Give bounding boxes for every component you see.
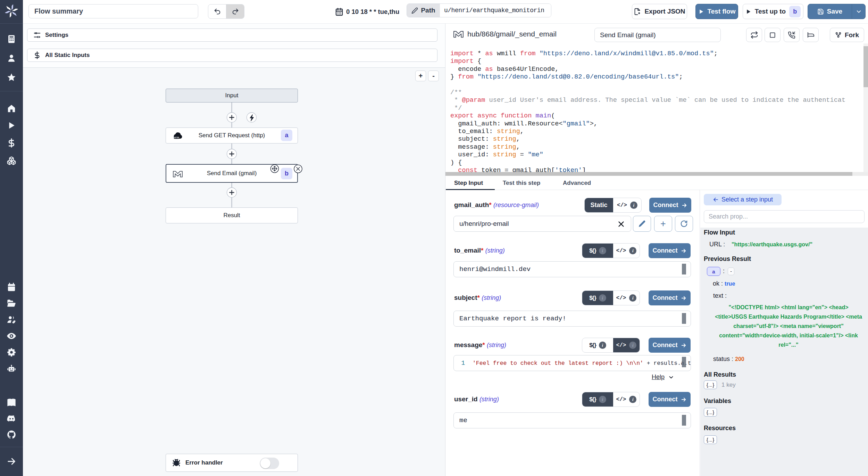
svg-text:HTTP: HTTP — [174, 137, 179, 139]
